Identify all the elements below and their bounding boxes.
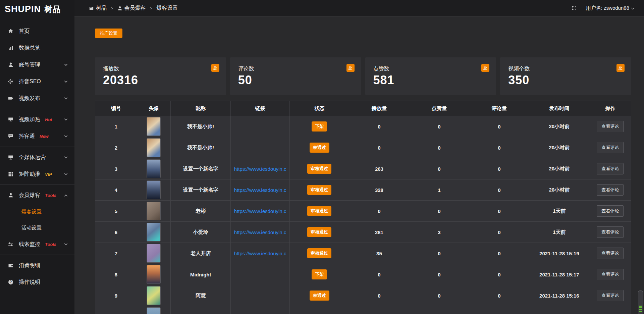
chevron-down-icon [64,117,68,121]
cell-status: 下架 [290,116,349,137]
scrollbar-widget[interactable] [638,291,643,314]
status-badge: 未通过 [310,291,329,301]
gear-icon [8,79,13,84]
stat-value: 350 [508,73,625,87]
cell-avatar [137,285,171,306]
cell-status: 审核通过 [290,201,349,222]
cell-time: 1天前 [529,201,589,222]
video-icon [8,96,13,101]
sidebar-item-操作说明[interactable]: ? 操作说明 [0,274,74,291]
sidebar-item-数据总览[interactable]: 数据总览 [0,40,74,56]
table-header-row: 编号头像昵称链接状态播放量点赞量评论量发布时间操作 [95,101,631,116]
sidebar-item-label: 矩阵助推 [19,171,40,178]
view-comments-button[interactable]: 查看评论 [597,269,624,280]
column-header-点赞量: 点赞量 [409,101,469,116]
view-comments-button[interactable]: 查看评论 [597,163,624,174]
cell-id: 5 [95,201,137,222]
home-icon [8,29,13,34]
cell-plays: 0 [349,285,409,306]
view-comments-button[interactable]: 查看评论 [597,121,624,132]
status-badge: 下架 [312,269,327,279]
sidebar-item-账号管理[interactable]: 账号管理 [0,56,74,73]
sidebar-item-视频加热[interactable]: 视频加热 Hot [0,111,74,128]
cell-action: 查看评论 [589,222,631,243]
grid-icon [8,171,13,177]
cell-time: 20小时前 [529,137,589,158]
sidebar-item-全媒体运营[interactable]: 全媒体运营 [0,149,74,166]
avatar [147,307,161,314]
cell-action: 查看评论 [589,201,631,222]
sidebar: SHUPIN 树品 首页 数据总览 账号管理 抖音SEO 视频发布 视频加热 H… [0,0,74,314]
chevron-down-icon [64,155,68,159]
cell-plays: 281 [349,222,409,243]
cell-comments: 0 [469,201,529,222]
view-comments-button[interactable]: 查看评论 [597,205,624,217]
cell-comments: 0 [469,179,529,201]
video-link[interactable]: https://www.iesdouyin.c [234,187,286,193]
page-content: 推广设置 播放数 20316 总 评论数 50 总 点赞数 581 总 视频个数… [74,16,644,314]
view-comments-button[interactable]: 查看评论 [597,248,624,259]
breadcrumb-item-树品[interactable]: 树品 [89,5,107,12]
box-icon [89,6,94,11]
cell-id: 4 [95,179,137,201]
table-body: 1 我不是小帅! 下架 0 0 0 20小时前 查看评论 2 我不是小帅! 未通… [95,116,631,314]
cell-status: 审核通过 [290,179,349,201]
bar-chart-icon [8,45,13,51]
sidebar-item-tag: Tools [45,193,56,198]
status-badge: 未通过 [310,143,329,153]
sidebar-item-label: 操作说明 [19,279,40,286]
sidebar-item-视频发布[interactable]: 视频发布 [0,90,74,107]
sidebar-item-tag: Hot [45,117,52,122]
sidebar-subitem-爆客设置[interactable]: 爆客设置 [0,204,74,220]
video-link[interactable]: https://www.iesdouyin.c [234,251,286,256]
cell-likes: 1 [409,179,469,201]
sidebar-item-抖音SEO[interactable]: 抖音SEO [0,73,74,90]
column-header-昵称: 昵称 [171,101,231,116]
user-icon [8,193,13,198]
avatar [147,286,161,305]
column-header-编号: 编号 [95,101,137,116]
cell-action: 查看评论 [589,285,631,306]
breadcrumb-label: 树品 [96,5,107,12]
main-area: 树品>会员爆客>爆客设置 用户名: zswodun88 推广设置 播放数 203… [74,0,644,314]
table-row [95,306,631,314]
total-badge: 总 [211,64,219,72]
sidebar-item-消费明细[interactable]: 消费明细 [0,257,74,274]
sidebar-item-label: 抖音SEO [19,78,41,85]
sidebar-item-矩阵助推[interactable]: 矩阵助推 VIP [0,166,74,182]
table-row: 2 我不是小帅! 未通过 0 0 0 20小时前 查看评论 [95,137,631,158]
promotion-settings-button[interactable]: 推广设置 [95,29,122,38]
sidebar-nav: 首页 数据总览 账号管理 抖音SEO 视频发布 视频加热 Hot 抖客通 New… [0,17,74,291]
cell-plays: 0 [349,264,409,285]
cell-nickname: 我不是小帅! [171,137,231,158]
cell-nickname: 小爱玲 [171,222,231,243]
video-link[interactable]: https://www.iesdouyin.c [234,229,286,235]
cell-likes: 0 [409,285,469,306]
cell-likes: 0 [409,116,469,137]
sidebar-subitem-活动设置[interactable]: 活动设置 [0,220,74,236]
view-comments-button[interactable]: 查看评论 [597,226,624,238]
cell-time: 20小时前 [529,158,589,179]
breadcrumb-item-爆客设置[interactable]: 爆客设置 [156,5,178,12]
cell-time: 2021-11-28 15:17 [529,264,589,285]
video-link[interactable]: https://www.iesdouyin.c [234,208,286,214]
sidebar-item-label: 首页 [19,28,30,35]
column-header-评论量: 评论量 [469,101,529,116]
cell-link: https://www.iesdouyin.c [231,201,290,222]
cell-comments: 0 [469,137,529,158]
sidebar-divider [0,109,74,109]
username[interactable]: 用户名: zswodun88 [586,5,634,11]
sidebar-item-首页[interactable]: 首页 [0,23,74,40]
sidebar-item-会员爆客[interactable]: 会员爆客 Tools [0,187,74,204]
breadcrumb-item-会员爆客[interactable]: 会员爆客 [117,5,146,12]
view-comments-button[interactable]: 查看评论 [597,184,624,196]
video-link[interactable]: https://www.iesdouyin.c [234,166,286,172]
sidebar-item-线索监控[interactable]: 线索监控 Tools [0,236,74,253]
sidebar-item-抖客通[interactable]: 抖客通 New [0,128,74,145]
stat-label: 视频个数 [508,65,625,72]
view-comments-button[interactable]: 查看评论 [597,142,624,153]
cell-comments [469,306,529,314]
view-comments-button[interactable]: 查看评论 [597,290,624,301]
breadcrumb-label: 会员爆客 [124,5,146,12]
fullscreen-icon[interactable] [572,5,577,11]
